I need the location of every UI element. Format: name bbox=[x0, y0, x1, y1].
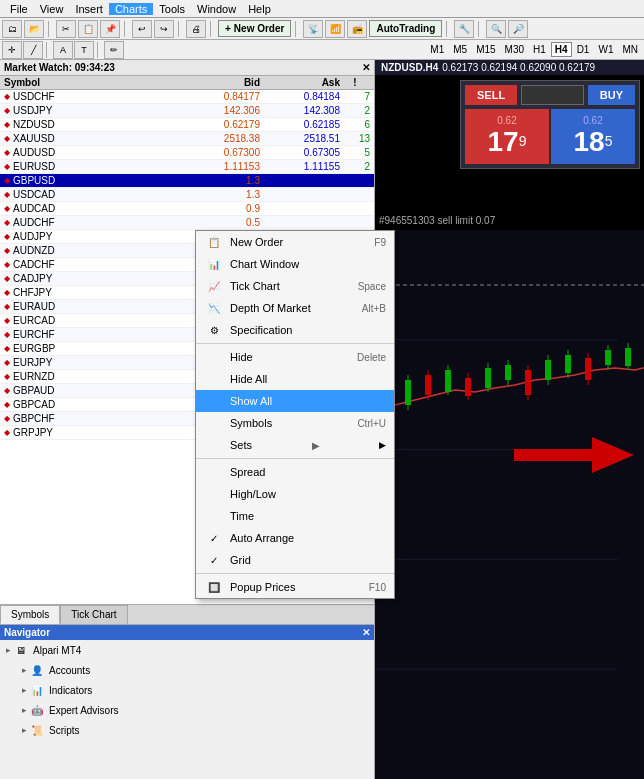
market-row[interactable]: ◆ XAUUSD 2518.38 2518.51 13 bbox=[0, 132, 374, 146]
buy-price-display: 185 bbox=[559, 126, 627, 158]
buy-price-box[interactable]: 0.62 185 bbox=[551, 109, 635, 164]
navigator-close[interactable]: ✕ bbox=[362, 627, 370, 638]
symbol-name: CADJPY bbox=[13, 273, 52, 284]
tf-h4[interactable]: H4 bbox=[551, 42, 572, 57]
tf-h1[interactable]: H1 bbox=[529, 42, 550, 57]
tf-m5[interactable]: M5 bbox=[449, 42, 471, 57]
toolbar-btn-9[interactable]: 📡 bbox=[303, 20, 323, 38]
context-menu-item[interactable]: Time bbox=[196, 505, 394, 527]
market-row[interactable]: ◆ AUDCAD 0.9 bbox=[0, 202, 374, 216]
context-menu-item[interactable]: ⚙ Specification bbox=[196, 319, 394, 341]
toolbar-btn-2[interactable]: 📂 bbox=[24, 20, 44, 38]
context-menu-item[interactable]: Hide All bbox=[196, 368, 394, 390]
toolbar2-sep2 bbox=[97, 42, 101, 58]
symbol-icon: ◆ bbox=[4, 120, 10, 129]
market-row[interactable]: ◆ USDJPY 142.306 142.308 2 bbox=[0, 104, 374, 118]
menu-tools[interactable]: Tools bbox=[153, 3, 191, 15]
menu-item-icon: 🔲 bbox=[204, 579, 224, 595]
toolbar-btn-3[interactable]: ✂ bbox=[56, 20, 76, 38]
toolbar-btn-4[interactable]: 📋 bbox=[78, 20, 98, 38]
buy-button[interactable]: BUY bbox=[588, 85, 635, 105]
tf-m30[interactable]: M30 bbox=[501, 42, 528, 57]
sell-price-box[interactable]: 0.62 179 bbox=[465, 109, 549, 164]
market-row[interactable]: ◆ AUDUSD 0.67300 0.67305 5 bbox=[0, 146, 374, 160]
toolbar-btn-6[interactable]: ↩ bbox=[132, 20, 152, 38]
tab-tick-chart[interactable]: Tick Chart bbox=[60, 605, 127, 624]
navigator-item[interactable]: ▸ 🤖 Expert Advisors bbox=[0, 700, 374, 720]
context-menu-item[interactable]: 📉 Depth Of Market Alt+B bbox=[196, 297, 394, 319]
toolbar-btn-12[interactable]: 🔧 bbox=[454, 20, 474, 38]
draw-btn[interactable]: ✏ bbox=[104, 41, 124, 59]
navigator-item[interactable]: ▸ 📜 Scripts bbox=[0, 720, 374, 740]
menu-charts[interactable]: Charts bbox=[109, 3, 153, 15]
nav-icon: 📊 bbox=[29, 682, 45, 698]
sell-prefix: 0.62 bbox=[473, 115, 541, 126]
candle-chart: 0.6230 0.6220 0.6210 0.6200 0.6190 bbox=[375, 230, 644, 779]
navigator-item[interactable]: ▸ 🖥 Alpari MT4 bbox=[0, 640, 374, 660]
toolbar-btn-13[interactable]: 🔍 bbox=[486, 20, 506, 38]
tf-w1[interactable]: W1 bbox=[594, 42, 617, 57]
line-btn[interactable]: ╱ bbox=[23, 41, 43, 59]
textbox-btn[interactable]: T bbox=[74, 41, 94, 59]
menu-shortcut: F9 bbox=[374, 237, 386, 248]
toolbar-btn-5[interactable]: 📌 bbox=[100, 20, 120, 38]
context-menu-item[interactable]: Show All bbox=[196, 390, 394, 412]
market-watch-close[interactable]: ✕ bbox=[362, 62, 370, 73]
context-menu-item[interactable]: ✓ Auto Arrange bbox=[196, 527, 394, 549]
text-btn[interactable]: A bbox=[53, 41, 73, 59]
bid-value: 0.9 bbox=[180, 203, 260, 214]
symbol-name: USDCHF bbox=[13, 91, 55, 102]
symbol-name: GBPAUD bbox=[13, 385, 55, 396]
menu-window[interactable]: Window bbox=[191, 3, 242, 15]
new-order-button[interactable]: + New Order bbox=[218, 20, 291, 37]
autotrading-button[interactable]: AutoTrading bbox=[369, 20, 442, 37]
toolbar-sep-5 bbox=[295, 21, 299, 37]
tf-m1[interactable]: M1 bbox=[426, 42, 448, 57]
toolbar-btn-11[interactable]: 📻 bbox=[347, 20, 367, 38]
tf-m15[interactable]: M15 bbox=[472, 42, 499, 57]
context-menu-item[interactable]: 📋 New Order F9 bbox=[196, 231, 394, 253]
navigator-item[interactable]: ▸ 👤 Accounts bbox=[0, 660, 374, 680]
symbol-icon: ◆ bbox=[4, 344, 10, 353]
ask-value: 1.11155 bbox=[260, 161, 340, 172]
context-menu-item[interactable]: High/Low bbox=[196, 483, 394, 505]
market-row[interactable]: ◆ EURUSD 1.11153 1.11155 2 bbox=[0, 160, 374, 174]
sell-button[interactable]: SELL bbox=[465, 85, 517, 105]
menu-file[interactable]: File bbox=[4, 3, 34, 15]
context-menu-item[interactable]: Symbols Ctrl+U bbox=[196, 412, 394, 434]
menu-help[interactable]: Help bbox=[242, 3, 277, 15]
context-menu-item[interactable]: 🔲 Popup Prices F10 bbox=[196, 576, 394, 598]
menu-item-icon-empty: ✓ bbox=[204, 552, 224, 568]
menu-item-label: Tick Chart bbox=[230, 280, 280, 292]
toolbar-btn-7[interactable]: ↪ bbox=[154, 20, 174, 38]
toolbar-btn-14[interactable]: 🔎 bbox=[508, 20, 528, 38]
change-value bbox=[340, 217, 370, 228]
market-row[interactable]: ◆ USDCAD 1.3 bbox=[0, 188, 374, 202]
context-menu-item[interactable]: Hide Delete bbox=[196, 346, 394, 368]
tf-d1[interactable]: D1 bbox=[573, 42, 594, 57]
volume-input[interactable]: 0.05 bbox=[521, 85, 584, 105]
tf-mn[interactable]: MN bbox=[618, 42, 642, 57]
toolbar-btn-1[interactable]: 🗂 bbox=[2, 20, 22, 38]
context-menu-item[interactable]: ✓ Grid bbox=[196, 549, 394, 571]
market-row[interactable]: ◆ NZDUSD 0.62179 0.62185 6 bbox=[0, 118, 374, 132]
market-watch-title: Market Watch: 09:34:23 bbox=[4, 62, 115, 73]
sell-price-main: 17 bbox=[488, 126, 519, 157]
context-menu-item[interactable]: Spread bbox=[196, 461, 394, 483]
menu-insert[interactable]: Insert bbox=[69, 3, 109, 15]
market-row[interactable]: ◆ USDCHF 0.84177 0.84184 7 bbox=[0, 90, 374, 104]
toolbar-btn-10[interactable]: 📶 bbox=[325, 20, 345, 38]
crosshair-btn[interactable]: ✛ bbox=[2, 41, 22, 59]
symbol-name: NZDUSD bbox=[13, 119, 55, 130]
tab-symbols[interactable]: Symbols bbox=[0, 605, 60, 624]
ask-value bbox=[260, 217, 340, 228]
context-menu-item[interactable]: Sets ▶ ▶ bbox=[196, 434, 394, 456]
bid-value: 1.3 bbox=[180, 189, 260, 200]
context-menu-item[interactable]: 📊 Chart Window bbox=[196, 253, 394, 275]
navigator-item[interactable]: ▸ 📊 Indicators bbox=[0, 680, 374, 700]
market-row[interactable]: ◆ GBPUSD 1.3 bbox=[0, 174, 374, 188]
toolbar-btn-8[interactable]: 🖨 bbox=[186, 20, 206, 38]
market-row[interactable]: ◆ AUDCHF 0.5 bbox=[0, 216, 374, 230]
menu-view[interactable]: View bbox=[34, 3, 70, 15]
context-menu-item[interactable]: 📈 Tick Chart Space bbox=[196, 275, 394, 297]
